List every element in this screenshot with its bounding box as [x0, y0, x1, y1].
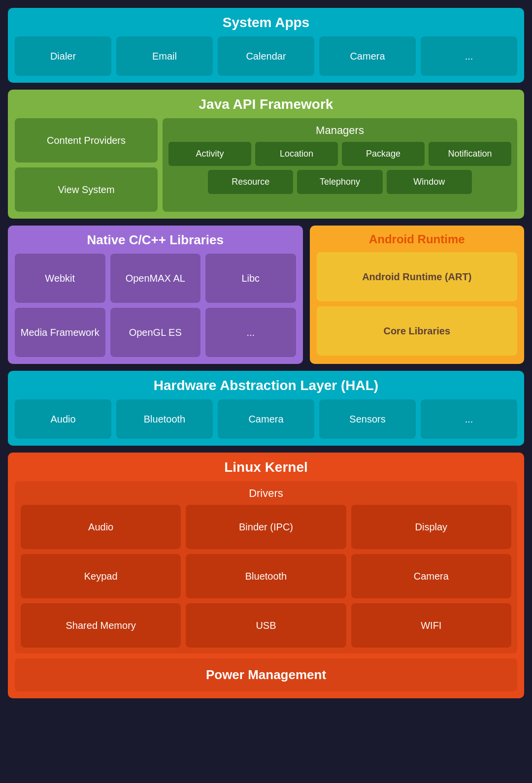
native-opengl-es: OpenGL ES: [110, 308, 201, 357]
system-apps-dialer: Dialer: [15, 36, 111, 76]
manager-notification: Notification: [429, 142, 511, 166]
driver-display: Display: [351, 505, 511, 549]
system-apps-title: System Apps: [15, 15, 517, 31]
native-runtime-row: Native C/C++ Libraries Webkit OpenMAX AL…: [8, 226, 524, 364]
android-runtime-core-libs: Core Libraries: [317, 306, 518, 356]
linux-kernel-title: Linux Kernel: [15, 459, 517, 475]
android-runtime-grid: Android Runtime (ART) Core Libraries: [317, 252, 518, 356]
native-webkit: Webkit: [15, 254, 105, 303]
system-apps-email: Email: [116, 36, 213, 76]
android-runtime-title: Android Runtime: [317, 232, 518, 246]
manager-package: Package: [342, 142, 425, 166]
hal-bluetooth: Bluetooth: [116, 399, 213, 439]
android-runtime-art: Android Runtime (ART): [317, 252, 518, 301]
native-cpp-layer: Native C/C++ Libraries Webkit OpenMAX AL…: [8, 226, 303, 364]
native-more: ...: [205, 308, 296, 357]
java-api-content-providers: Content Providers: [15, 118, 158, 163]
driver-camera: Camera: [351, 554, 511, 598]
driver-keypad: Keypad: [21, 554, 181, 598]
java-api-left: Content Providers View System: [15, 118, 158, 212]
java-api-title: Java API Framework: [15, 97, 517, 112]
managers-row2: Resource Telephony Window: [168, 170, 511, 194]
android-runtime-layer: Android Runtime Android Runtime (ART) Co…: [310, 226, 525, 364]
driver-wifi: WIFI: [351, 603, 511, 648]
linux-kernel-layer: Linux Kernel Drivers Audio Binder (IPC) …: [8, 453, 524, 698]
native-openmax: OpenMAX AL: [110, 254, 201, 303]
java-api-content: Content Providers View System Managers A…: [15, 118, 517, 212]
driver-audio: Audio: [21, 505, 181, 549]
hal-cells: Audio Bluetooth Camera Sensors ...: [15, 399, 517, 439]
hal-more: ...: [421, 399, 517, 439]
managers-row1: Activity Location Package Notification: [168, 142, 511, 166]
hal-audio: Audio: [15, 399, 111, 439]
manager-window: Window: [387, 170, 472, 194]
driver-binder-ipc: Binder (IPC): [186, 505, 346, 549]
native-libc: Libc: [205, 254, 296, 303]
system-apps-camera: Camera: [319, 36, 416, 76]
manager-location: Location: [255, 142, 338, 166]
drivers-title: Drivers: [21, 487, 511, 500]
system-apps-cells: Dialer Email Calendar Camera ...: [15, 36, 517, 76]
hal-sensors: Sensors: [319, 399, 416, 439]
system-apps-layer: System Apps Dialer Email Calendar Camera…: [8, 8, 524, 83]
driver-usb: USB: [186, 603, 346, 648]
native-media-framework: Media Framework: [15, 308, 105, 357]
managers-title: Managers: [168, 124, 511, 137]
drivers-section: Drivers Audio Binder (IPC) Display Keypa…: [15, 481, 517, 653]
java-api-managers: Managers Activity Location Package Notif…: [163, 118, 517, 212]
system-apps-more: ...: [421, 36, 517, 76]
driver-shared-memory: Shared Memory: [21, 603, 181, 648]
hal-title: Hardware Abstraction Layer (HAL): [15, 378, 517, 393]
hal-layer: Hardware Abstraction Layer (HAL) Audio B…: [8, 371, 524, 446]
hal-camera: Camera: [218, 399, 314, 439]
power-management: Power Management: [15, 658, 517, 691]
native-cpp-title: Native C/C++ Libraries: [15, 232, 296, 248]
java-api-layer: Java API Framework Content Providers Vie…: [8, 90, 524, 219]
manager-activity: Activity: [168, 142, 251, 166]
driver-bluetooth: Bluetooth: [186, 554, 346, 598]
java-api-view-system: View System: [15, 167, 158, 212]
native-cpp-grid: Webkit OpenMAX AL Libc Media Framework O…: [15, 254, 296, 357]
manager-telephony: Telephony: [297, 170, 382, 194]
system-apps-calendar: Calendar: [218, 36, 314, 76]
drivers-grid: Audio Binder (IPC) Display Keypad Blueto…: [21, 505, 511, 648]
manager-resource: Resource: [208, 170, 293, 194]
